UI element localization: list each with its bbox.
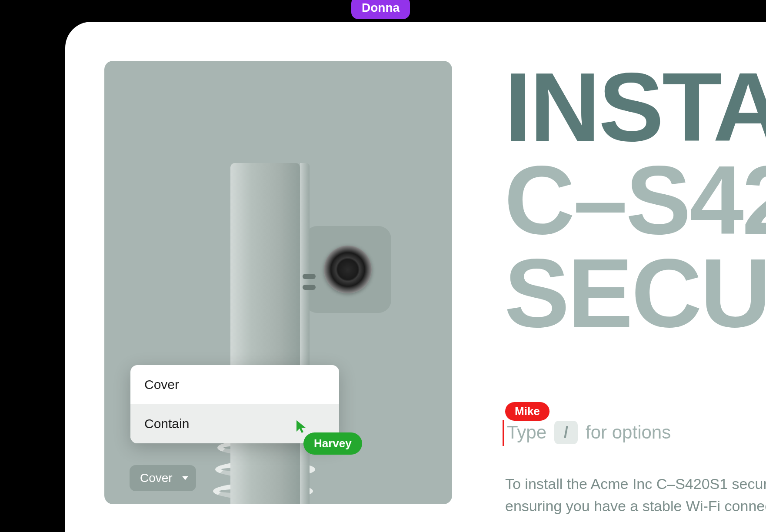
image-fit-selected-chip[interactable]: Cover — [130, 465, 196, 491]
image-fit-dropdown: Cover Contain — [130, 365, 339, 443]
title-line-1[interactable]: INSTALL — [504, 61, 766, 154]
speaker-slot-icon — [303, 274, 316, 279]
speaker-slot-icon — [303, 285, 316, 290]
device-body-illustration — [230, 163, 300, 504]
collaborator-cursor-harvey: Harvey — [296, 419, 307, 435]
body-line: ensuring you have a stable Wi-Fi connect… — [505, 495, 766, 517]
slash-command-hint[interactable]: Type / for options — [507, 421, 671, 444]
hint-prefix: Type — [507, 422, 546, 443]
text-caret — [503, 420, 504, 446]
article-body[interactable]: To install the Acme Inc C–S420S1 securit… — [505, 473, 766, 517]
document-canvas: Cover Contain Cover Harvey INSTALL C–S42… — [65, 22, 766, 532]
hint-suffix: for options — [586, 422, 671, 443]
article-heading: INSTALL C–S420 SECURI — [504, 61, 766, 339]
body-line: To install the Acme Inc C–S420S1 securit… — [505, 473, 766, 495]
camera-lens-icon — [324, 246, 372, 293]
cursor-pointer-icon — [296, 419, 307, 433]
camera-module-illustration — [304, 226, 391, 313]
chip-label: Cover — [140, 471, 173, 485]
collaborator-label-mike: Mike — [505, 402, 550, 421]
title-line-3[interactable]: SECURI — [504, 247, 766, 340]
title-line-2[interactable]: C–S420 — [504, 154, 766, 247]
collaborator-label: Harvey — [303, 432, 362, 455]
collaborator-label: Donna — [351, 0, 410, 19]
slash-key-icon: / — [554, 421, 578, 444]
dropdown-option-cover[interactable]: Cover — [130, 365, 339, 404]
